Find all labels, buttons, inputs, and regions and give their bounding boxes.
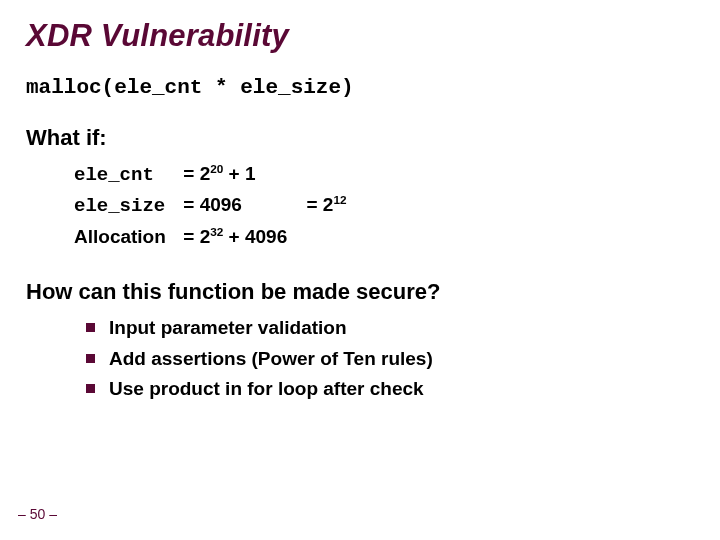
alloc-eq-suffix: + 4096 <box>223 226 287 247</box>
slide-body: XDR Vulnerability malloc(ele_cnt * ele_s… <box>0 0 720 540</box>
whatif-block: ele_cnt = 220 + 1 ele_size = 4096 = 212 … <box>74 159 694 251</box>
ele-cnt-eq-suffix: + 1 <box>223 163 255 184</box>
ele-size-eq2-prefix: = 2 <box>307 194 334 215</box>
whatif-ele-cnt: ele_cnt = 220 + 1 <box>74 159 694 190</box>
list-item: Add assertions (Power of Ten rules) <box>86 344 694 374</box>
alloc-label: Allocation <box>74 222 178 251</box>
list-item: Use product in for loop after check <box>86 374 694 404</box>
bullet-list: Input parameter validation Add assertion… <box>86 313 694 404</box>
ele-cnt-exp: 20 <box>210 162 223 175</box>
ele-size-label: ele_size <box>74 192 178 221</box>
whatif-allocation: Allocation = 232 + 4096 <box>74 222 694 251</box>
bullet-icon <box>86 384 95 393</box>
slide-title: XDR Vulnerability <box>26 18 694 54</box>
ele-size-eq: = 4096 <box>183 190 242 219</box>
page-num-value: 50 <box>30 506 46 522</box>
page-number: – 50 – <box>18 506 57 522</box>
alloc-eq-prefix: = 2 <box>183 226 210 247</box>
bullet-text: Use product in for loop after check <box>109 374 424 404</box>
list-item: Input parameter validation <box>86 313 694 343</box>
whatif-ele-size: ele_size = 4096 = 212 <box>74 190 694 221</box>
malloc-code: malloc(ele_cnt * ele_size) <box>26 76 694 99</box>
bullet-text: Input parameter validation <box>109 313 347 343</box>
secure-heading: How can this function be made secure? <box>26 279 694 305</box>
bullet-icon <box>86 354 95 363</box>
bullet-text: Add assertions (Power of Ten rules) <box>109 344 433 374</box>
page-suffix: – <box>45 506 57 522</box>
ele-size-exp: 12 <box>333 193 346 206</box>
ele-cnt-label: ele_cnt <box>74 161 178 190</box>
bullet-icon <box>86 323 95 332</box>
ele-cnt-eq-prefix: = 2 <box>183 163 210 184</box>
alloc-exp: 32 <box>210 225 223 238</box>
page-prefix: – <box>18 506 30 522</box>
whatif-heading: What if: <box>26 125 694 151</box>
